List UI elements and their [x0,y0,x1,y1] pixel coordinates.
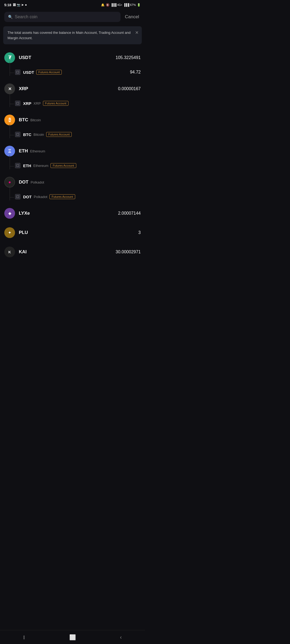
coin-symbol-eth: ETH [19,148,28,154]
coin-sub-name-xrp: XRP [34,101,41,105]
coin-sub-symbol-btc: BTC [23,132,31,137]
coin-sub-row-xrp[interactable]: XRPXRPFutures Account [0,98,145,110]
coin-sub-symbol-dot: DOT [23,195,32,199]
coin-list: ₮USDT105.3225491USDTFutures Account94.72… [0,46,145,264]
sub-icon-btc [15,132,20,137]
coin-symbol-kai: KAI [19,249,27,255]
svg-rect-4 [17,196,19,198]
coin-avatar-plu: ✦ [4,227,15,238]
coin-sub-info-xrp: XRPXRPFutures Account [23,101,141,106]
coin-group-kai: KKAI30.00002971 [0,243,145,261]
coin-symbol-dot: DOT [19,180,28,185]
svg-rect-2 [17,133,19,136]
notice-close-button[interactable]: ✕ [135,30,139,36]
coin-sub-row-eth[interactable]: ETHEthereumFutures Account [0,160,145,172]
sub-icon-dot [15,194,20,199]
sub-icon-usdt [15,69,20,75]
coin-value-xrp: 0.00000167 [118,86,141,91]
coin-value-kai: 30.00002971 [116,250,141,254]
coin-info-kai: KAI [19,249,112,255]
coin-sub-value-usdt: 94.72 [130,70,141,75]
coin-sub-symbol-eth: ETH [23,163,31,168]
coin-avatar-lyxe: ◈ [4,208,15,219]
coin-sub-name-eth: Ethereum [33,164,48,168]
coin-main-row-dot[interactable]: ●DOTPolkadot [0,173,145,191]
coin-info-plu: PLU [19,230,135,235]
coin-symbol-plu: PLU [19,230,28,235]
coin-sub-info-usdt: USDTFutures Account [23,70,127,75]
coin-sub-symbol-usdt: USDT [23,70,34,75]
coin-info-btc: BTCBitcoin [19,117,141,123]
futures-badge-xrp: Futures Account [43,101,69,106]
search-input-wrapper[interactable]: 🔍 [4,12,121,22]
futures-badge-usdt: Futures Account [36,70,62,75]
coin-info-eth: ETHEthereum [19,148,141,154]
coin-sub-info-eth: ETHEthereumFutures Account [23,163,141,168]
cancel-button[interactable]: Cancel [123,13,141,21]
svg-rect-3 [17,164,19,167]
coin-info-xrp: XRP [19,86,114,92]
coin-group-eth: ΞETHEthereumETHEthereumFutures Account [0,142,145,172]
coin-group-lyxe: ◈LYXe2.00007144 [0,204,145,222]
futures-badge-dot: Futures Account [49,194,75,199]
coin-value-usdt: 105.3225491 [116,55,141,60]
search-input[interactable] [15,14,117,19]
coin-value-lyxe: 2.00007144 [118,211,141,216]
coin-main-row-plu[interactable]: ✦PLU3 [0,224,145,242]
coin-name-eth: Ethereum [30,149,45,153]
svg-rect-1 [17,102,19,104]
svg-rect-0 [17,71,19,73]
coin-group-xrp: ✕XRP0.00000167XRPXRPFutures Account [0,80,145,110]
coin-sub-symbol-xrp: XRP [23,101,31,106]
coin-main-row-lyxe[interactable]: ◈LYXe2.00007144 [0,204,145,222]
coin-main-row-kai[interactable]: KKAI30.00002971 [0,243,145,261]
coin-symbol-lyxe: LYXe [19,211,30,216]
sub-icon-xrp [15,101,20,106]
sub-icon-eth [15,163,20,168]
coin-main-row-usdt[interactable]: ₮USDT105.3225491 [0,49,145,67]
coin-symbol-btc: BTC [19,117,28,123]
coin-symbol-xrp: XRP [19,86,28,92]
coin-main-row-eth[interactable]: ΞETHEthereum [0,142,145,160]
futures-badge-btc: Futures Account [46,132,72,137]
coin-name-btc: Bitcoin [30,118,41,122]
coin-main-row-xrp[interactable]: ✕XRP0.00000167 [0,80,145,98]
coin-sub-row-usdt[interactable]: USDTFutures Account94.72 [0,67,145,79]
coin-name-dot: Polkadot [31,180,44,184]
coin-sub-info-dot: DOTPolkadotFutures Account [23,194,141,199]
coin-sub-name-dot: Polkadot [34,195,48,199]
coin-sub-info-btc: BTCBitcoinFutures Account [23,132,141,137]
coin-sub-row-btc[interactable]: BTCBitcoinFutures Account [0,129,145,141]
status-bar: 5:18 🖼 📷 ➤ 🔔 🔇 ▐▐▐ 4G+ ▐▐▐ 67% 🔋 [0,0,145,10]
coin-group-dot: ●DOTPolkadotDOTPolkadotFutures Account [0,173,145,203]
coin-symbol-usdt: USDT [19,55,31,60]
notice-banner: The total assets has covered the balance… [3,26,142,44]
coin-sub-name-btc: Bitcoin [34,133,44,137]
coin-sub-row-dot[interactable]: DOTPolkadotFutures Account [0,191,145,203]
status-icons: 🔔 🔇 ▐▐▐ 4G+ ▐▐▐ 67% 🔋 [101,3,141,7]
coin-group-usdt: ₮USDT105.3225491USDTFutures Account94.72 [0,49,145,79]
coin-avatar-kai: K [4,247,15,257]
coin-info-usdt: USDT [19,55,112,60]
search-bar: 🔍 Cancel [0,10,145,24]
status-time: 5:18 🖼 📷 ➤ [4,3,27,7]
status-dot [25,4,27,6]
coin-group-plu: ✦PLU3 [0,224,145,242]
notice-text: The total assets has covered the balance… [8,31,130,40]
coin-info-lyxe: LYXe [19,211,114,216]
coin-info-dot: DOTPolkadot [19,180,141,185]
futures-badge-eth: Futures Account [50,163,76,168]
coin-value-plu: 3 [138,230,141,235]
coin-group-btc: ₿BTCBitcoinBTCBitcoinFutures Account [0,111,145,141]
search-icon: 🔍 [8,15,13,19]
coin-main-row-btc[interactable]: ₿BTCBitcoin [0,111,145,129]
